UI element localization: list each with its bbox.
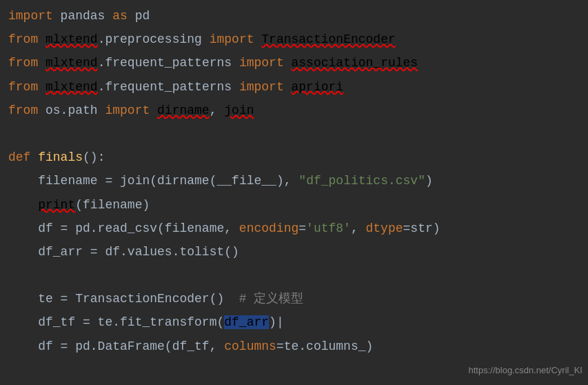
line-6 bbox=[8, 122, 580, 146]
code-editor: import pandas as pd from mlxtend.preproc… bbox=[0, 0, 588, 385]
line-13: te = TransactionEncoder() # 定义模型 bbox=[8, 287, 580, 310]
watermark: https://blog.csdn.net/Cyril_KI bbox=[469, 362, 582, 379]
line-4: from mlxtend.frequent_patterns import ap… bbox=[8, 75, 580, 99]
line-12 bbox=[8, 264, 580, 287]
line-2: from mlxtend.preprocessing import Transa… bbox=[8, 28, 580, 51]
line-8: filename = join(dirname(__file__), "df_p… bbox=[8, 169, 580, 192]
line-3: from mlxtend.frequent_patterns import as… bbox=[8, 51, 580, 75]
line-15: df = pd.DataFrame(df_tf, columns=te.colu… bbox=[8, 335, 580, 358]
line-5: from os.path import dirname, join bbox=[8, 99, 580, 122]
line-11: df_arr = df.values.tolist() bbox=[8, 240, 580, 264]
line-14: df_tf = te.fit_transform(df_arr)| bbox=[8, 310, 580, 334]
line-10: df = pd.read_csv(filename, encoding='utf… bbox=[8, 217, 580, 240]
line-1: import pandas as pd bbox=[8, 4, 580, 28]
line-7: def finals(): bbox=[8, 146, 580, 169]
line-9: print(filename) bbox=[8, 193, 580, 217]
